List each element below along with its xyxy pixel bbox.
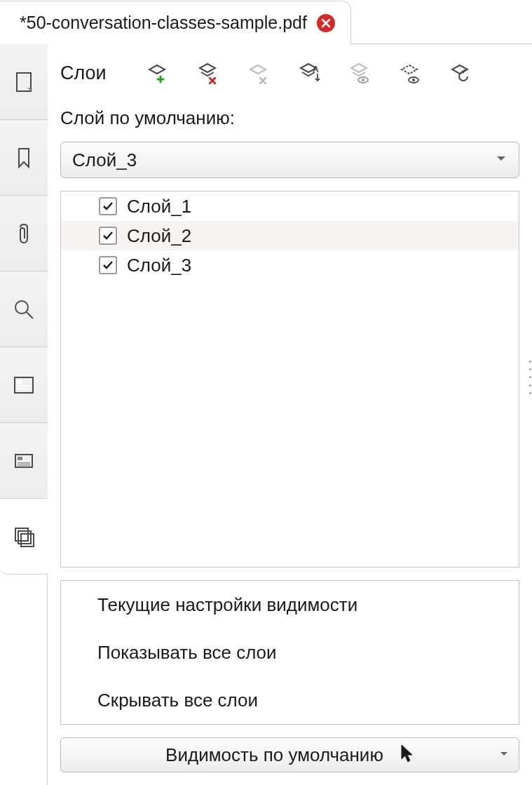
visibility-menu-item-show-all[interactable]: Показывать все слои [61, 629, 519, 676]
rename-layer-button[interactable]: A [283, 58, 334, 88]
delete-layer-button[interactable] [182, 58, 233, 88]
sidebar [0, 44, 48, 785]
sidebar-search-icon[interactable] [0, 271, 48, 347]
visibility-menu-item-current[interactable]: Текущие настройки видимости [61, 581, 519, 629]
layers-panel: Слои A [48, 44, 532, 785]
dropdown-selected: Слой_3 [72, 149, 137, 171]
body-area: Слои A [0, 43, 532, 785]
svg-rect-7 [18, 457, 22, 460]
svg-point-15 [412, 79, 415, 81]
layer-item[interactable]: Слой_2 [61, 221, 519, 250]
svg-rect-9 [18, 531, 31, 544]
document-tab[interactable]: *50-conversation-classes-sample.pdf [0, 1, 351, 44]
svg-point-13 [362, 79, 364, 81]
sidebar-properties-icon[interactable] [0, 423, 48, 499]
visibility-default-button[interactable]: Видимость по умолчанию [60, 737, 519, 772]
visibility-menu-item-hide-all[interactable]: Скрывать все слои [61, 676, 519, 724]
sidebar-attachment-icon[interactable] [0, 196, 48, 271]
close-icon[interactable] [317, 14, 335, 32]
panel-title: Слои [60, 62, 107, 84]
layer-name: Слой_2 [127, 225, 191, 247]
tab-bar: *50-conversation-classes-sample.pdf [0, 0, 532, 43]
layer-item[interactable]: Слой_3 [61, 250, 519, 280]
default-layer-label: Слой по умолчанию: [60, 107, 519, 129]
svg-rect-4 [17, 385, 31, 387]
app-window: *50-conversation-classes-sample.pdf [0, 0, 532, 785]
layer-name: Слой_3 [127, 255, 191, 276]
sidebar-optional-content-icon[interactable] [0, 347, 48, 423]
layer-name: Слой_1 [127, 196, 191, 217]
add-layer-button[interactable] [132, 58, 182, 88]
sidebar-bookmark-icon[interactable] [0, 120, 48, 196]
sidebar-layers-icon[interactable] [0, 499, 48, 575]
remove-empty-layer-button[interactable] [233, 58, 283, 88]
visibility-button-label: Видимость по умолчанию [165, 744, 383, 766]
chevron-down-icon [495, 152, 507, 168]
tab-title: *50-conversation-classes-sample.pdf [20, 13, 307, 33]
svg-text:A: A [313, 65, 319, 74]
chevron-down-icon [499, 749, 509, 761]
select-layer-button[interactable] [384, 58, 435, 88]
default-layer-dropdown[interactable]: Слой_3 [60, 142, 519, 178]
layer-checkbox[interactable] [99, 256, 117, 274]
layer-checkbox[interactable] [99, 227, 117, 245]
svg-rect-3 [17, 380, 22, 384]
cursor-icon [400, 744, 414, 766]
svg-rect-5 [17, 388, 31, 389]
reset-layer-button[interactable] [435, 58, 485, 88]
toggle-visibility-button[interactable] [334, 58, 384, 88]
resize-handle[interactable] [528, 358, 532, 397]
panel-toolbar: Слои A [60, 58, 519, 88]
svg-point-1 [15, 301, 28, 314]
layer-checkbox[interactable] [99, 197, 117, 215]
sidebar-page-icon[interactable] [0, 44, 48, 120]
layer-list: Слой_1 Слой_2 Слой_3 [60, 191, 519, 568]
visibility-menu: Текущие настройки видимости Показывать в… [60, 580, 519, 725]
layer-item[interactable]: Слой_1 [61, 192, 519, 221]
